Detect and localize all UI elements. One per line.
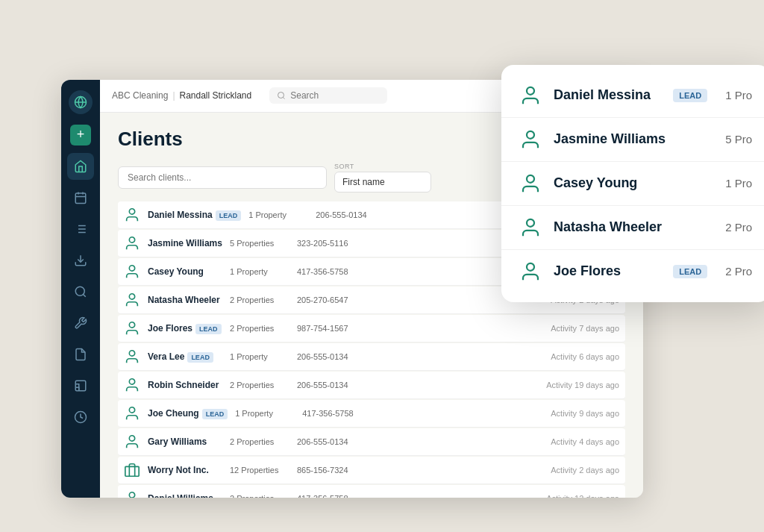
client-phone: 206-555-0134 [316, 210, 383, 219]
svg-line-13 [83, 294, 85, 296]
person-icon [124, 235, 140, 251]
lead-badge: LEAD [202, 409, 228, 419]
popup-lead-badge: LEAD [673, 89, 707, 102]
table-row[interactable]: Robin Schneider 2 Properties 206-555-013… [118, 372, 625, 399]
client-name: Casey Young [148, 266, 222, 277]
sidebar-item-search[interactable] [67, 278, 94, 305]
svg-point-37 [527, 175, 534, 182]
svg-point-20 [129, 265, 134, 270]
client-name: Daniel MessinaLEAD [148, 210, 241, 220]
client-properties: 2 Properties [230, 295, 289, 304]
client-properties: 2 Properties [230, 494, 289, 498]
sidebar-item-list[interactable] [67, 216, 94, 242]
popup-properties: 2 Pro [725, 265, 752, 278]
sidebar: + [61, 80, 100, 498]
client-properties: 1 Property [230, 352, 289, 361]
sort-wrap: SORT First name Last name Activity [334, 163, 431, 193]
sort-label: SORT [334, 163, 431, 170]
person-icon [519, 216, 542, 239]
popup-row[interactable]: Jasmine Williams 5 Pro [501, 118, 764, 162]
client-phone: 206-555-0134 [297, 437, 364, 446]
topbar-search-input[interactable] [290, 90, 380, 101]
popup-properties: 1 Pro [725, 177, 752, 190]
client-activity: Activity 6 days ago [551, 352, 619, 361]
sidebar-item-doc[interactable] [67, 341, 94, 368]
svg-point-16 [278, 93, 284, 98]
table-row[interactable]: Gary Williams 2 Properties 206-555-0134 … [118, 428, 625, 456]
brand-name: ABC Cleaning [112, 90, 168, 101]
topbar-search[interactable] [269, 87, 387, 104]
sidebar-item-tools[interactable] [67, 310, 94, 337]
client-name: Daniel Williams [148, 493, 222, 498]
sort-select[interactable]: First name Last name Activity [334, 172, 431, 193]
sidebar-item-clock[interactable] [67, 404, 94, 431]
svg-rect-1 [75, 193, 86, 204]
separator: | [172, 90, 175, 101]
client-properties: 1 Property [248, 210, 308, 219]
sidebar-item-chart[interactable] [67, 372, 94, 399]
person-icon [124, 320, 140, 337]
add-button[interactable]: + [70, 125, 91, 145]
person-icon [519, 172, 542, 195]
popup-client-name: Joe Flores [554, 263, 661, 279]
sidebar-item-home[interactable] [67, 153, 94, 180]
client-name: Jasmine Williams [148, 238, 222, 248]
popup-properties: 2 Pro [725, 221, 752, 234]
person-icon [124, 490, 140, 498]
table-row[interactable]: Joe CheungLEAD 1 Property 417-356-5758 A… [118, 400, 625, 428]
svg-point-26 [129, 435, 134, 440]
sidebar-logo[interactable] [69, 90, 93, 114]
topbar-user: Randall Strickland [180, 90, 252, 101]
client-properties: 2 Properties [230, 381, 289, 389]
svg-point-25 [129, 407, 134, 412]
table-row[interactable]: Vera LeeLEAD 1 Property 206-555-0134 Act… [118, 343, 625, 371]
svg-point-22 [129, 322, 134, 327]
company-icon [124, 462, 140, 478]
person-icon [519, 260, 542, 283]
lead-badge: LEAD [216, 210, 242, 221]
person-icon [124, 292, 140, 308]
client-activity: Activity 12 days ago [546, 494, 619, 498]
topbar-brand: ABC Cleaning | Randall Strickland [112, 90, 251, 101]
client-activity: Activity 4 days ago [551, 437, 619, 446]
popup-card: Daniel Messina LEAD 1 Pro Jasmine Willia… [501, 65, 764, 302]
client-phone: 987-754-1567 [297, 324, 364, 333]
table-row[interactable]: Worry Not Inc. 12 Properties 865-156-732… [118, 457, 625, 484]
client-search-wrap[interactable] [118, 166, 327, 189]
person-icon [124, 348, 140, 365]
popup-client-name: Jasmine Williams [554, 131, 713, 147]
table-row[interactable]: Joe FloresLEAD 2 Properties 987-754-1567… [118, 315, 625, 342]
popup-row[interactable]: Daniel Messina LEAD 1 Pro [501, 74, 764, 118]
svg-point-18 [129, 208, 134, 213]
sidebar-item-calendar[interactable] [67, 184, 94, 211]
client-properties: 1 Property [230, 267, 289, 276]
svg-point-35 [527, 87, 534, 94]
client-activity: Activity 19 days ago [546, 381, 619, 389]
client-phone: 323-205-5116 [297, 239, 364, 248]
popup-row[interactable]: Joe Flores LEAD 2 Pro [501, 250, 764, 293]
person-icon [519, 128, 542, 151]
client-phone: 417-356-5758 [297, 494, 364, 498]
popup-client-name: Daniel Messina [554, 87, 661, 103]
client-name: Natasha Wheeler [148, 295, 222, 305]
client-phone: 206-555-0134 [297, 352, 364, 361]
client-properties: 12 Properties [230, 466, 289, 475]
popup-properties: 1 Pro [725, 89, 752, 101]
sidebar-item-download[interactable] [67, 247, 94, 274]
popup-row[interactable]: Natasha Wheeler 2 Pro [501, 206, 764, 250]
client-search-input[interactable] [118, 166, 327, 189]
client-properties: 5 Properties [230, 239, 289, 248]
lead-badge: LEAD [195, 324, 222, 334]
client-name: Gary Williams [148, 436, 222, 447]
popup-client-name: Natasha Wheeler [554, 219, 713, 235]
person-icon [124, 207, 140, 223]
popup-lead-badge: LEAD [673, 265, 707, 278]
popup-row[interactable]: Casey Young 1 Pro [501, 162, 764, 206]
client-name: Vera LeeLEAD [148, 351, 222, 362]
person-icon [519, 84, 542, 107]
svg-point-28 [129, 492, 134, 497]
table-row[interactable]: Daniel Williams 2 Properties 417-356-575… [118, 485, 625, 498]
svg-point-38 [527, 219, 534, 226]
svg-rect-14 [75, 381, 86, 391]
person-icon [124, 263, 140, 280]
